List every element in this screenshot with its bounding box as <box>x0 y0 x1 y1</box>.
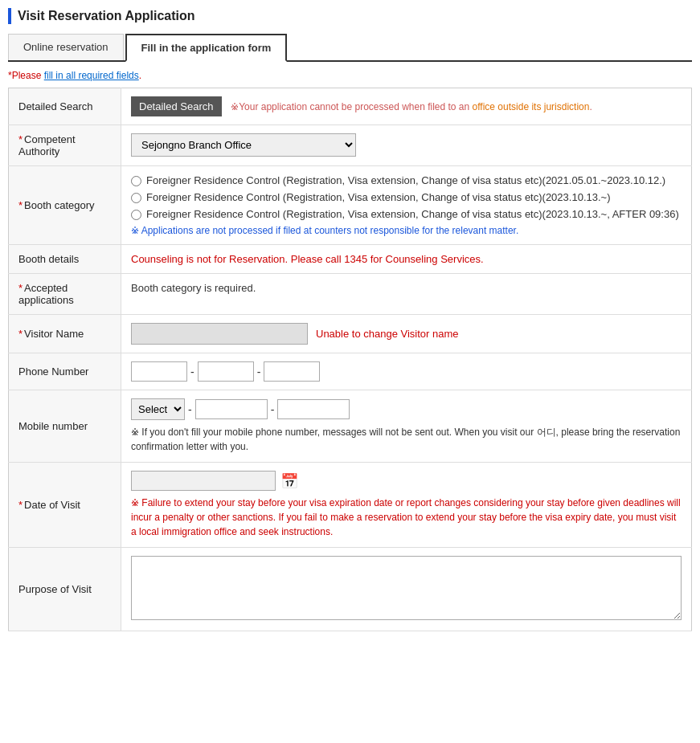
value-detailed-search: Detailed Search ※Your application cannot… <box>121 88 692 125</box>
purpose-textarea[interactable] <box>131 556 682 620</box>
label-purpose-of-visit: Purpose of Visit <box>9 548 121 631</box>
tab-fill-application[interactable]: Fill in the application form <box>125 34 288 62</box>
row-accepted-applications: *Accepted applications Booth category is… <box>9 274 692 315</box>
row-phone-number: Phone Number - - <box>9 353 692 390</box>
visitor-name-note: Unable to change Visitor name <box>316 328 459 340</box>
label-competent-authority: *Competent Authority <box>9 125 121 166</box>
label-detailed-search: Detailed Search <box>9 88 121 125</box>
value-visitor-name: Unable to change Visitor name <box>121 315 692 353</box>
booth-radio-3[interactable] <box>131 210 141 220</box>
tab-online-reservation[interactable]: Online reservation <box>8 34 124 60</box>
booth-option-2: Foreigner Residence Control (Registratio… <box>131 191 682 203</box>
label-booth-details: Booth details <box>9 245 121 274</box>
visitor-name-row: Unable to change Visitor name <box>131 323 682 345</box>
phone-dash-2: - <box>257 365 261 378</box>
label-date-of-visit: *Date of Visit <box>9 463 121 548</box>
detailed-search-button[interactable]: Detailed Search <box>131 96 222 116</box>
phone-dash-1: - <box>190 365 194 378</box>
row-visitor-name: *Visitor Name Unable to change Visitor n… <box>9 315 692 353</box>
row-competent-authority: *Competent Authority Sejongno Branch Off… <box>9 125 692 166</box>
mobile-input-1[interactable] <box>195 399 268 419</box>
row-mobile-number: Mobile number Select - - ※ If you don't … <box>9 390 692 463</box>
value-purpose-of-visit <box>121 548 692 631</box>
title-bar-decoration <box>8 8 11 24</box>
label-visitor-name: *Visitor Name <box>9 315 121 353</box>
date-row: 📅 <box>131 471 682 491</box>
value-phone-number: - - <box>121 353 692 390</box>
value-mobile-number: Select - - ※ If you don't fill your mobi… <box>121 390 692 463</box>
mobile-dash-2: - <box>271 403 275 416</box>
jurisdiction-note: ※Your application cannot be processed wh… <box>231 101 592 112</box>
mobile-input-2[interactable] <box>277 399 350 419</box>
value-booth-category: Foreigner Residence Control (Registratio… <box>121 166 692 245</box>
booth-radio-1[interactable] <box>131 176 141 186</box>
label-mobile-number: Mobile number <box>9 390 121 463</box>
label-accepted-applications: *Accepted applications <box>9 274 121 315</box>
form-table: Detailed Search Detailed Search ※Your ap… <box>8 88 692 631</box>
value-accepted-applications: Booth category is required. <box>121 274 692 315</box>
row-detailed-search: Detailed Search Detailed Search ※Your ap… <box>9 88 692 125</box>
row-purpose-of-visit: Purpose of Visit <box>9 548 692 631</box>
required-note: *Please fill in all required fields. <box>8 70 692 81</box>
required-note-link[interactable]: fill in all required fields <box>44 70 139 81</box>
value-competent-authority: Sejongno Branch Office <box>121 125 692 166</box>
mobile-dash-1: - <box>188 403 192 416</box>
mobile-select[interactable]: Select <box>131 398 185 420</box>
value-booth-details: Counseling is not for Reservation. Pleas… <box>121 245 692 274</box>
date-warning: ※ Failure to extend your stay before you… <box>131 496 682 539</box>
visitor-name-input[interactable] <box>131 323 308 345</box>
booth-option-1: Foreigner Residence Control (Registratio… <box>131 174 682 186</box>
date-input[interactable] <box>131 471 276 491</box>
phone-row: - - <box>131 361 682 382</box>
calendar-icon[interactable]: 📅 <box>280 472 298 490</box>
page-title: Visit Reservation Application <box>8 8 692 24</box>
tab-bar: Online reservation Fill in the applicati… <box>8 34 692 62</box>
accepted-text: Booth category is required. <box>131 282 256 294</box>
label-booth-category: *Booth category <box>9 166 121 245</box>
mobile-note: ※ If you don't fill your mobile phone nu… <box>131 425 682 454</box>
booth-option-3: Foreigner Residence Control (Registratio… <box>131 208 682 220</box>
row-date-of-visit: *Date of Visit 📅 ※ Failure to extend you… <box>9 463 692 548</box>
mobile-row: Select - - <box>131 398 682 420</box>
booth-option-3-text: Foreigner Residence Control (Registratio… <box>146 208 679 220</box>
row-booth-category: *Booth category Foreigner Residence Cont… <box>9 166 692 245</box>
phone-input-2[interactable] <box>198 361 254 382</box>
booth-option-2-text: Foreigner Residence Control (Registratio… <box>146 191 611 203</box>
phone-input-3[interactable] <box>264 361 320 382</box>
booth-option-1-text: Foreigner Residence Control (Registratio… <box>146 174 665 186</box>
phone-input-1[interactable] <box>131 361 187 382</box>
page-title-text: Visit Reservation Application <box>18 9 195 23</box>
label-phone-number: Phone Number <box>9 353 121 390</box>
value-date-of-visit: 📅 ※ Failure to extend your stay before y… <box>121 463 692 548</box>
booth-note: ※ Applications are not processed if file… <box>131 225 682 236</box>
competent-authority-select[interactable]: Sejongno Branch Office <box>131 133 356 157</box>
booth-radio-2[interactable] <box>131 193 141 203</box>
row-booth-details: Booth details Counseling is not for Rese… <box>9 245 692 274</box>
booth-details-text: Counseling is not for Reservation. Pleas… <box>131 253 484 265</box>
